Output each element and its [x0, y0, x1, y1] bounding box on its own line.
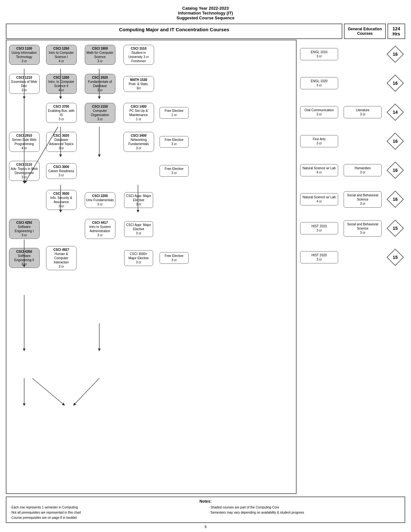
csci-4250-box: CSCI 4250 Software Engineering I 3 cr	[9, 219, 40, 239]
hist-2020-box: HIST 2020 3 cr	[300, 251, 338, 263]
page-header: Catalog Year 2022-2023 Information Techn…	[6, 6, 405, 20]
csci-3000plus-name: CSCI 3000+ Major Elective	[129, 252, 149, 260]
gened-r6c2: Social and Behavioral Science 3 cr	[340, 185, 385, 214]
csci-1250-id: CSCI 1250	[54, 47, 69, 50]
free-elective-r5-cr: 3 cr	[171, 171, 177, 175]
cell-r4c2: CSCI 3020 Database Advanced Topics 3 cr	[42, 131, 81, 153]
notes-content: · Each row represents 1 semester in Comp…	[10, 505, 401, 520]
gened-r5c1: Natural Science w/ Lab 4 cr	[298, 156, 340, 185]
csci-1510-name: Student in University 3 cr Freshmen	[128, 51, 149, 63]
free-elective-r8-cr: 3 cr	[171, 258, 177, 262]
cell-r4c5: Free Elective 3 cr	[158, 135, 190, 149]
csci-4350-id: CSCI 4350	[16, 250, 32, 253]
csci-1260-box: CSCI 1260 Intro. to Computer Science II …	[46, 74, 77, 94]
gened-r2c2	[340, 69, 385, 98]
csci-3500-name: Info. Security & Assurance	[50, 196, 72, 204]
row-3: CSCI 3700 Enabling Bus. with IS 3 cr CSC…	[6, 98, 296, 127]
csci-1900-cr: 3 cr	[97, 59, 103, 63]
cell-r5c2: CSCI 3000 Career Readiness 3 cr	[42, 162, 81, 180]
cell-r5c5: Free Elective 3 cr	[158, 164, 190, 178]
csci-4250-name: Software Engineering I	[15, 225, 34, 233]
csci-1260-id: CSCI 1260	[54, 76, 69, 79]
csci-3110-box: CSCI 3110 Adv. Topics in Web Development…	[9, 161, 40, 181]
csci-1100-box: CSCI 1100 Using Information Technology 3…	[9, 45, 40, 65]
diamond-r6: 16	[385, 185, 405, 214]
row-5: CSCI 3110 Adv. Topics in Web Development…	[6, 156, 296, 185]
cell-r2c1: CSCI 1210 Essentials of Web Dev. 3 cr	[6, 73, 42, 95]
literature-name: Literature	[356, 108, 369, 112]
note-3: · Course prerequisites are on page 8 in …	[10, 515, 202, 520]
csci-3000-name: Career Readiness	[48, 169, 74, 173]
csci-appr-me-r6-box: CSCI Appr. Major Elective 3 cr	[124, 192, 153, 208]
csci-2150-name: Computer Organization	[91, 109, 109, 117]
cell-r1c1: CSCI 1100 Using Information Technology 3…	[6, 44, 42, 66]
nat-sci-lab-r6-cr: 4 cr	[317, 200, 322, 203]
cell-r3c3: CSCI 2150 Computer Organization 3 cr	[81, 102, 119, 124]
social-behav-r7-box: Social and Behavioral Science 3 cr	[344, 220, 382, 237]
nat-sci-lab-r6-name: Natural Science w/ Lab	[303, 195, 336, 199]
math-1530-box: MATH 1530 Prob. & Stats. 3cr	[123, 76, 154, 92]
social-behav-r7-cr: 3 cr	[360, 231, 366, 234]
csci-appr-me-r6-name: CSCI Appr. Major Elective	[126, 194, 151, 202]
csci-4417-box: CSCI 4417 Intro to System Administration…	[85, 219, 115, 239]
csci-4350-name: Software Engineering II	[14, 254, 34, 262]
free-elective-r5-name: Free Elective	[165, 167, 183, 171]
csci-3020-id: CSCI 3020	[54, 134, 69, 137]
csci-1260-name: Intro. to Computer Science II	[48, 80, 74, 88]
literature-cr: 3 cr	[360, 113, 366, 116]
csci-2020-id: CSCI 2020	[92, 76, 108, 79]
csci-3000-id: CSCI 3000	[54, 165, 69, 169]
nat-sci-lab-r6-box: Natural Science w/ Lab 4 cr	[300, 193, 338, 205]
diamond-r5-value: 16	[387, 162, 403, 178]
csci-1260-cr: 4 cr	[59, 88, 64, 92]
hist-2020-name: HIST 2020	[311, 253, 327, 257]
csci-4250-cr: 3 cr	[22, 233, 27, 237]
math-1530-cr: 3cr	[136, 86, 141, 90]
engl-1010-box: ENGL 1010 3 cr	[300, 48, 338, 60]
csci-1400-box: CSCI 1400 PC Set-Up & Maintenance 1 cr	[123, 103, 154, 123]
csci-3000plus-box: CSCI 3000+ Major Elective 3 cr	[124, 250, 153, 266]
csci-3000-box: CSCI 3000 Career Readiness 3 cr	[46, 163, 77, 179]
csci-2910-name: Server-Side Web Programming	[12, 138, 36, 146]
computing-section: CSCI 1100 Using Information Technology 3…	[6, 40, 297, 494]
gened-section: ENGL 1010 3 cr ENGL 1020 3 cr Oral Commu…	[298, 40, 405, 494]
engl-1020-box: ENGL 1020 3 cr	[300, 77, 338, 89]
csci-3700-box: CSCI 3700 Enabling Bus. with IS 3 cr	[46, 103, 77, 123]
gened-header: General EducationCourses	[344, 24, 386, 39]
diamond-r3: 14	[385, 98, 405, 127]
csci-2020-name: Fundamentals of Database	[88, 80, 112, 88]
notes-col2: · Shaded courses are part of the Computi…	[209, 505, 402, 520]
oral-comm-cr: 3 cr	[317, 113, 322, 116]
hist-2010-box: HIST 2010 3 cr	[300, 222, 338, 234]
cell-r2c2: CSCI 1260 Intro. to Computer Science II …	[42, 73, 81, 95]
free-elective-r3-box: Free Elective 1 cr	[160, 107, 189, 119]
literature-box: Literature 3 cr	[344, 106, 382, 118]
csci-2200-box: CSCI 2200 Unix Fundamentals 3 cr	[85, 192, 115, 208]
cell-r6c3: CSCI 2200 Unix Fundamentals 3 cr	[81, 191, 119, 209]
csci-2910-id: CSCI 2910	[16, 134, 32, 137]
diamond-r6-value: 16	[387, 191, 403, 207]
humanities-cr: 3 cr	[360, 171, 366, 174]
title-line2: Information Technology (IT)	[6, 11, 405, 15]
note-4: · Shaded courses are part of the Computi…	[209, 505, 402, 510]
hist-2010-name: HIST 2010	[311, 224, 327, 228]
cell-r8c5: Free Elective 3 cr	[158, 251, 190, 265]
csci-appr-me-r6-cr: 3 cr	[136, 202, 142, 206]
csci-2200-id: CSCI 2200	[92, 194, 108, 198]
csci-3400-name: Networking Fundamentals	[128, 138, 149, 146]
cell-r5c1: CSCI 3110 Adv. Topics in Web Development…	[6, 160, 42, 182]
csci-1900-box: CSCI 1900 Math for Computer Science 3 cr	[85, 45, 115, 65]
csci-3110-name: Adv. Topics in Web Development	[11, 167, 38, 175]
cell-r6c2: CSCI 3500 Info. Security & Assurance 3 c…	[42, 189, 81, 211]
csci-2910-box: CSCI 2910 Server-Side Web Programming 4 …	[9, 132, 40, 152]
csci-3400-id: CSCI 3400	[131, 134, 147, 137]
cell-r1c4: CSCI 1510 Student in University 3 cr Fre…	[119, 44, 158, 66]
free-elective-r8-name: Free Elective	[165, 254, 183, 258]
cell-r7c4: CSCI Appr. Major Elective 3 cr	[119, 220, 158, 238]
diamond-r7: 15	[385, 214, 405, 243]
gened-r3c2: Literature 3 cr	[340, 98, 385, 127]
csci-2020-cr: 3 cr	[97, 88, 103, 92]
cell-r6c4: CSCI Appr. Major Elective 3 cr	[119, 191, 158, 209]
row-7: CSCI 4250 Software Engineering I 3 cr CS…	[6, 214, 296, 243]
csci-appr-me-r7-box: CSCI Appr. Major Elective 3 cr	[124, 221, 153, 237]
